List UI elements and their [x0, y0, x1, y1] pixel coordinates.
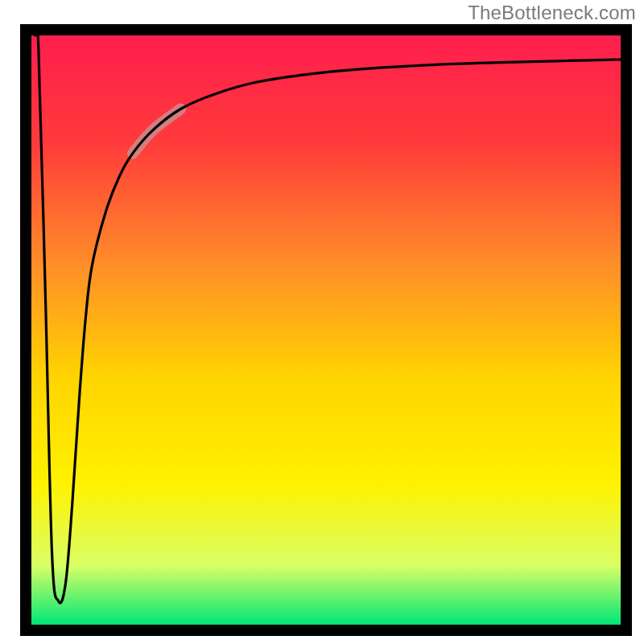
watermark-text: TheBottleneck.com [468, 2, 636, 24]
plot-background-gradient [31, 35, 621, 625]
chart-stage: TheBottleneck.com [0, 0, 644, 644]
